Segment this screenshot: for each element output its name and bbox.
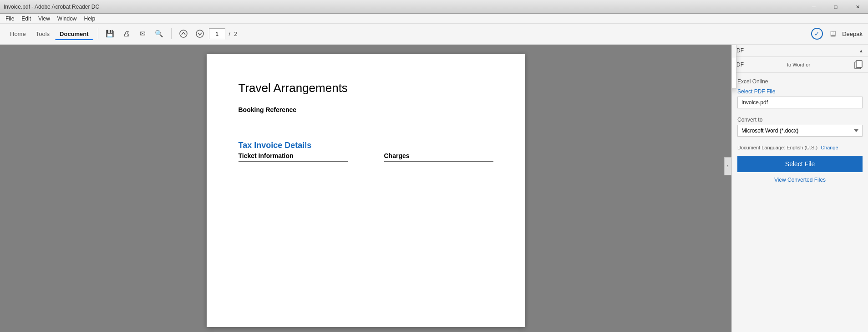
pdf-page: Travel Arrangements Booking Reference Ta…: [207, 54, 525, 327]
page-up-icon: [179, 30, 188, 38]
title-bar-text: Invoice.pdf - Adobe Acrobat Reader DC: [4, 4, 864, 10]
pdf-col2-title: Charges: [384, 152, 493, 162]
convert-section: Excel Online Select PDF File Convert to …: [732, 73, 868, 193]
pdf-col-1: Ticket Information: [239, 152, 348, 163]
svg-point-1: [196, 30, 203, 37]
side-toggle-button[interactable]: ›: [724, 157, 731, 175]
svg-rect-3: [856, 61, 862, 67]
toolbar: Home Tools Document 1 / 2 ✓ 🖥 Deepak: [0, 24, 868, 45]
menu-view[interactable]: View: [35, 15, 54, 23]
toolbar-nav: Home Tools Document: [5, 28, 93, 40]
excel-online-label: Excel Online: [737, 78, 863, 85]
collapse-arrow-1[interactable]: ▲: [859, 48, 863, 53]
sidebar-df2-label: DF: [736, 61, 744, 68]
mail-icon-button[interactable]: [136, 26, 150, 41]
nav-document[interactable]: Document: [55, 28, 93, 40]
copy-icon[interactable]: [853, 60, 863, 70]
mail-icon: [140, 30, 146, 38]
convert-to-label: Convert to: [737, 117, 863, 123]
maximize-button[interactable]: □: [825, 0, 846, 14]
toolbar-separator-2: [171, 28, 172, 39]
sidebar-section-df1: DF ▲: [732, 45, 868, 57]
toolbar-separator-1: [98, 28, 98, 39]
exported-header: EXPORTED FILES: [731, 45, 736, 58]
sidebar-section-df2: DF to Word or: [732, 57, 868, 73]
convert-to-select[interactable]: Microsoft Word (*.docx) Microsoft Excel …: [737, 125, 863, 137]
search-icon-button[interactable]: [152, 26, 167, 41]
pdf-section-title: Tax Invoice Details: [239, 141, 493, 150]
sidebar-df1-label: DF: [736, 47, 744, 54]
nav-home[interactable]: Home: [5, 28, 30, 40]
menu-file[interactable]: File: [2, 15, 18, 23]
monitor-icon[interactable]: 🖥: [827, 28, 838, 40]
title-bar: Invoice.pdf - Adobe Acrobat Reader DC ─ …: [0, 0, 868, 14]
exported-item: Invoice.pdf Save As: [731, 58, 736, 74]
select-pdf-label[interactable]: Select PDF File: [737, 88, 863, 95]
nav-tools[interactable]: Tools: [31, 28, 54, 40]
pdf-title: Travel Arrangements: [239, 81, 493, 95]
user-label: Deepak: [842, 31, 863, 37]
close-button[interactable]: ✕: [847, 0, 868, 14]
pdf-booking-ref: Booking Reference: [239, 106, 493, 113]
view-converted-files-link[interactable]: View Converted Files: [737, 172, 863, 188]
sidebar-word-note: to Word or: [787, 62, 810, 67]
menu-window[interactable]: Window: [54, 15, 81, 23]
check-circle-icon[interactable]: ✓: [811, 28, 823, 40]
print-icon: [123, 30, 130, 38]
page-number-input[interactable]: 1: [209, 28, 225, 39]
save-icon: [106, 30, 114, 38]
page-down-button[interactable]: [193, 26, 207, 41]
minimize-button[interactable]: ─: [803, 0, 824, 14]
exported-files-popup: EXPORTED FILES Invoice.pdf Save As Remov…: [731, 45, 736, 89]
pdf-viewer: Travel Arrangements Booking Reference Ta…: [0, 45, 731, 332]
select-file-button[interactable]: Select File: [737, 156, 863, 172]
search-icon: [155, 30, 163, 38]
pdf-col1-title: Ticket Information: [239, 152, 348, 162]
pdf-col-2: Charges: [384, 152, 493, 163]
main-layout: Travel Arrangements Booking Reference Ta…: [0, 45, 868, 332]
svg-point-0: [180, 30, 187, 37]
menu-bar: File Edit View Window Help: [0, 14, 868, 24]
doc-language-row: Document Language: English (U.S.) Change: [737, 145, 863, 150]
title-bar-controls: ─ □ ✕: [803, 0, 868, 14]
menu-edit[interactable]: Edit: [18, 15, 35, 23]
page-sep: /: [229, 31, 231, 37]
pdf-columns: Ticket Information Charges: [239, 152, 493, 163]
page-down-icon: [196, 30, 204, 38]
page-up-button[interactable]: [176, 26, 191, 41]
toolbar-right: ✓ 🖥 Deepak: [811, 28, 863, 40]
right-sidebar: EXPORTED FILES Invoice.pdf Save As Remov…: [731, 45, 868, 332]
print-icon-button[interactable]: [119, 26, 134, 41]
menu-help[interactable]: Help: [81, 15, 99, 23]
change-language-link[interactable]: Change: [821, 145, 838, 150]
doc-language-label: Document Language:: [737, 145, 785, 150]
save-icon-button[interactable]: [103, 26, 117, 41]
page-total: 2: [234, 31, 237, 37]
pdf-file-input[interactable]: [737, 97, 863, 108]
doc-language-value: English (U.S.): [787, 145, 817, 150]
remove-history-container: Remove History: [731, 74, 736, 88]
